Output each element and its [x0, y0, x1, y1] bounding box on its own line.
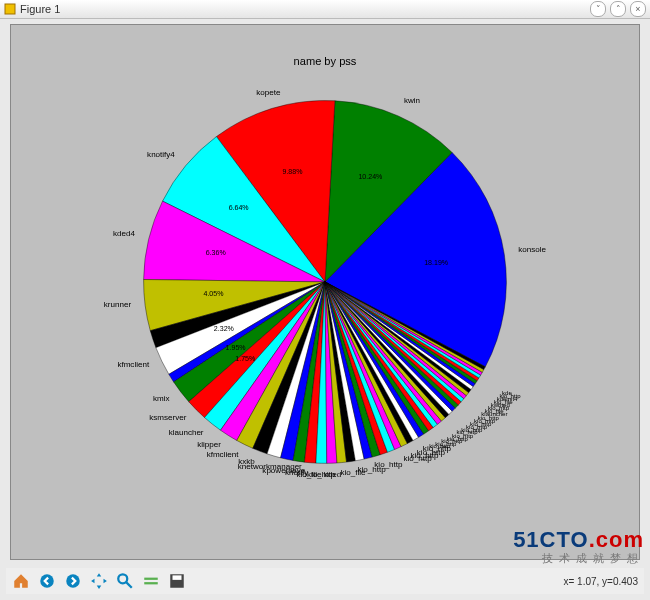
pan-icon[interactable] [90, 572, 108, 590]
svg-point-1 [40, 574, 54, 588]
window-frame: Figure 1 ˅ ˄ × name by pss18.19%konsole1… [0, 0, 650, 600]
slice-pct: 4.05% [203, 290, 224, 297]
slice-label: kde [502, 390, 512, 396]
titlebar: Figure 1 ˅ ˄ × [0, 0, 650, 19]
maximize-button[interactable]: ˄ [610, 1, 626, 17]
pie-chart: name by pss18.19%konsole10.24%kwin9.88%k… [21, 35, 629, 549]
nav-toolbar: x= 1.07, y=0.403 [6, 568, 644, 594]
figure-canvas: name by pss18.19%konsole10.24%kwin9.88%k… [10, 24, 640, 560]
plot-area: name by pss18.19%konsole10.24%kwin9.88%k… [21, 35, 629, 549]
slice-label: klauncher [169, 428, 204, 437]
svg-rect-5 [144, 578, 158, 580]
svg-point-3 [118, 574, 127, 583]
back-icon[interactable] [38, 572, 56, 590]
save-icon[interactable] [168, 572, 186, 590]
slice-pct: 2.32% [214, 325, 235, 332]
svg-line-4 [126, 582, 132, 588]
slice-label: kopete [256, 88, 281, 97]
slice-pct: 6.64% [229, 204, 250, 211]
close-button[interactable]: × [630, 1, 646, 17]
minimize-button[interactable]: ˅ [590, 1, 606, 17]
slice-label: kfmclient [207, 450, 240, 459]
svg-rect-8 [173, 575, 182, 580]
slice-label: kded4 [113, 229, 135, 238]
chart-title: name by pss [294, 55, 357, 67]
slice-label: konsole [518, 245, 546, 254]
home-icon[interactable] [12, 572, 30, 590]
svg-rect-6 [144, 582, 158, 584]
slice-label: knotify4 [147, 150, 175, 159]
slice-pct: 1.75% [235, 355, 256, 362]
slice-label: krunner [104, 300, 132, 309]
svg-rect-0 [5, 4, 15, 14]
slice-pct: 1.95% [226, 344, 247, 351]
slice-pct: 10.24% [358, 173, 383, 180]
slice-label: ksmserver [149, 413, 186, 422]
zoom-icon[interactable] [116, 572, 134, 590]
slice-label: kmix [153, 394, 170, 403]
slice-label: kio_http [374, 460, 403, 469]
slice-label: klipper [197, 440, 221, 449]
slice-pct: 9.88% [282, 168, 303, 175]
svg-point-2 [66, 574, 80, 588]
slice-pct: 6.36% [206, 249, 227, 256]
slice-label: kfmclient [117, 360, 150, 369]
forward-icon[interactable] [64, 572, 82, 590]
configure-icon[interactable] [142, 572, 160, 590]
slice-label: kwin [404, 96, 420, 105]
cursor-coord: x= 1.07, y=0.403 [563, 576, 638, 587]
app-icon [4, 3, 16, 15]
slice-label: kded [324, 470, 341, 479]
window-title: Figure 1 [20, 3, 586, 15]
slice-pct: 18.19% [424, 259, 449, 266]
